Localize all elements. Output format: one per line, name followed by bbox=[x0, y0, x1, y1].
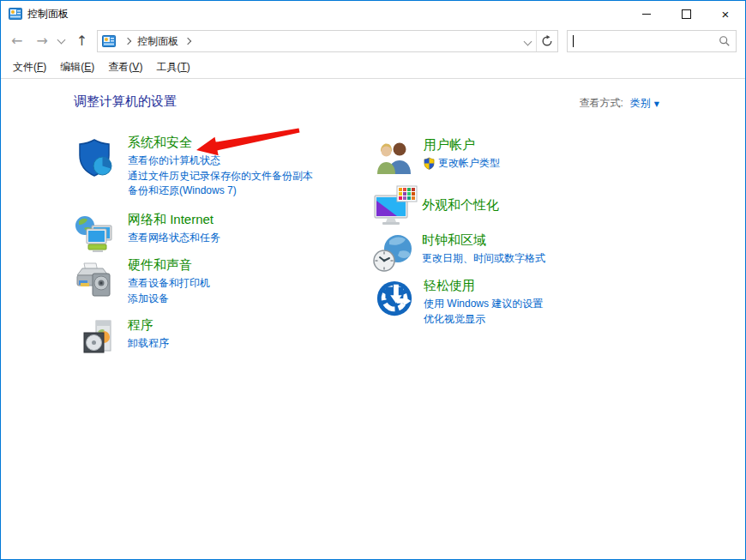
window-controls: × bbox=[627, 1, 745, 27]
category-title-hardware-sound[interactable]: 硬件和声音 bbox=[128, 256, 210, 274]
window-title: 控制面板 bbox=[27, 7, 69, 21]
menu-edit[interactable]: 编辑(E) bbox=[60, 60, 94, 75]
minimize-button[interactable] bbox=[627, 1, 666, 27]
category-title-system-security[interactable]: 系统和安全 bbox=[128, 134, 313, 151]
link-security-status[interactable]: 查看你的计算机状态 bbox=[128, 154, 313, 169]
menu-bar: 文件(F) 编辑(E) 查看(V) 工具(T) bbox=[1, 56, 745, 79]
close-button[interactable]: × bbox=[706, 1, 745, 27]
category-ease-of-access: 轻松使用 使用 Windows 建议的设置 优化视觉显示 bbox=[375, 277, 543, 327]
control-panel-window: 控制面板 × ← → ↑ 控制面板 bbox=[0, 0, 746, 560]
view-by-dropdown[interactable]: 类别 bbox=[630, 97, 651, 109]
menu-tools[interactable]: 工具(T) bbox=[156, 60, 190, 75]
ease-of-access-icon[interactable] bbox=[375, 279, 414, 322]
category-hardware-sound: 硬件和声音 查看设备和打印机 添加设备 bbox=[74, 256, 210, 306]
refresh-button[interactable] bbox=[536, 31, 557, 51]
category-title-ease-of-access[interactable]: 轻松使用 bbox=[424, 277, 543, 294]
view-by-control: 查看方式:类别▼ bbox=[580, 96, 660, 111]
category-title-user-accounts[interactable]: 用户帐户 bbox=[424, 136, 500, 154]
uac-shield-icon bbox=[424, 157, 435, 170]
page-title: 调整计算机的设置 bbox=[74, 93, 177, 110]
forward-button[interactable]: → bbox=[36, 34, 47, 48]
software-box-cd-icon[interactable] bbox=[82, 318, 118, 359]
category-title-programs[interactable]: 程序 bbox=[128, 316, 169, 334]
navigation-bar: ← → ↑ 控制面板 bbox=[1, 27, 745, 56]
category-network-internet: 网络和 Internet 查看网络状态和任务 bbox=[74, 211, 220, 257]
shield-pie-icon[interactable] bbox=[74, 137, 115, 182]
category-appearance-personalization: 外观和个性化 bbox=[373, 185, 499, 232]
breadcrumb-chevron-icon[interactable] bbox=[124, 38, 131, 45]
search-icon bbox=[719, 35, 731, 47]
globe-monitors-icon[interactable] bbox=[74, 214, 115, 257]
content-area: 调整计算机的设置 查看方式:类别▼ 系统和安全 查看你的计算机状态 通过文件历史… bbox=[1, 79, 745, 559]
menu-file[interactable]: 文件(F) bbox=[13, 60, 46, 75]
view-by-label: 查看方式: bbox=[580, 97, 623, 109]
two-users-icon[interactable] bbox=[375, 138, 414, 181]
link-suggested-settings[interactable]: 使用 Windows 建议的设置 bbox=[424, 297, 543, 312]
link-uninstall-program[interactable]: 卸载程序 bbox=[128, 336, 169, 352]
globe-clock-icon[interactable] bbox=[373, 233, 412, 276]
up-button[interactable]: ↑ bbox=[76, 34, 87, 48]
category-user-accounts: 用户帐户 更改帐户类型 bbox=[375, 136, 500, 181]
breadcrumb-item-control-panel[interactable]: 控制面板 bbox=[135, 34, 180, 49]
search-input[interactable] bbox=[575, 34, 719, 48]
category-title-appearance[interactable]: 外观和个性化 bbox=[422, 196, 499, 214]
breadcrumb-chevron-icon[interactable] bbox=[184, 38, 191, 45]
control-panel-icon bbox=[102, 35, 116, 47]
address-dropdown-button[interactable] bbox=[519, 31, 536, 51]
monitor-palette-icon[interactable] bbox=[373, 185, 418, 232]
link-add-device[interactable]: 添加设备 bbox=[128, 292, 210, 307]
link-devices-printers[interactable]: 查看设备和打印机 bbox=[128, 276, 210, 292]
close-icon: × bbox=[722, 7, 730, 21]
category-title-network-internet[interactable]: 网络和 Internet bbox=[128, 211, 220, 228]
maximize-icon bbox=[682, 9, 691, 19]
category-clock-region: 时钟和区域 更改日期、时间或数字格式 bbox=[373, 232, 545, 276]
chevron-down-icon bbox=[523, 37, 532, 45]
titlebar: 控制面板 × bbox=[1, 1, 745, 27]
link-optimize-visual-display[interactable]: 优化视觉显示 bbox=[424, 312, 543, 328]
category-system-security: 系统和安全 查看你的计算机状态 通过文件历史记录保存你的文件备份副本 备份和还原… bbox=[74, 134, 313, 199]
maximize-button[interactable] bbox=[666, 1, 706, 27]
link-change-date-time[interactable]: 更改日期、时间或数字格式 bbox=[422, 251, 545, 267]
link-backup-restore[interactable]: 备份和还原(Windows 7) bbox=[128, 184, 313, 199]
chevron-down-icon[interactable]: ▼ bbox=[654, 100, 659, 108]
minimize-icon bbox=[642, 14, 651, 15]
category-title-clock-region[interactable]: 时钟和区域 bbox=[422, 232, 545, 249]
refresh-icon bbox=[541, 35, 553, 47]
link-change-account-type[interactable]: 更改帐户类型 bbox=[424, 156, 500, 172]
printer-speaker-icon[interactable] bbox=[74, 260, 115, 304]
link-network-status[interactable]: 查看网络状态和任务 bbox=[128, 231, 220, 246]
menu-view[interactable]: 查看(V) bbox=[108, 60, 142, 75]
category-programs: 程序 卸载程序 bbox=[74, 316, 169, 359]
control-panel-icon bbox=[9, 8, 22, 20]
back-button[interactable]: ← bbox=[11, 34, 22, 48]
address-bar[interactable]: 控制面板 bbox=[97, 30, 558, 52]
link-file-history[interactable]: 通过文件历史记录保存你的文件备份副本 bbox=[128, 169, 313, 184]
recent-pages-chevron-icon[interactable] bbox=[57, 36, 65, 45]
text-caret bbox=[573, 35, 574, 47]
search-box[interactable] bbox=[567, 30, 737, 52]
